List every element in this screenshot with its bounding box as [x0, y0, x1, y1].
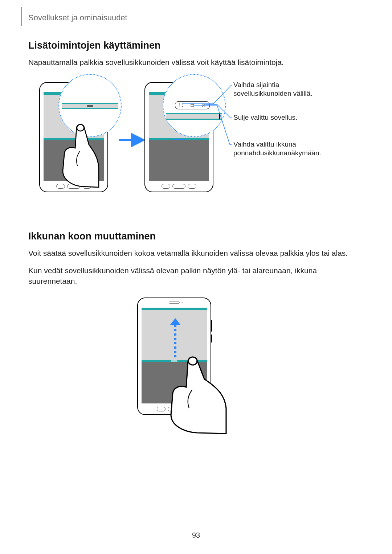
bottom-pane [149, 140, 209, 181]
nav-buttons [162, 184, 196, 189]
section2-heading: Ikkunan koon muuttaminen [28, 231, 359, 242]
content-area: Lisätoimintojen käyttäminen Napauttamall… [28, 40, 359, 424]
recents-button-icon [162, 184, 170, 189]
home-button-icon [67, 184, 80, 189]
bottom-pane [44, 140, 104, 181]
section2-paragraph1: Voit säätää sovellusikkunoiden kokoa vet… [28, 248, 359, 258]
power-button-icon [211, 335, 212, 342]
arrow-right-icon [117, 133, 146, 149]
volume-button-icon [211, 320, 212, 332]
home-button-icon [172, 184, 185, 189]
earpiece-icon [169, 301, 180, 304]
rect-icon [190, 103, 195, 107]
recents-button-icon [56, 184, 65, 189]
back-button-icon [183, 407, 192, 411]
back-button-icon [82, 184, 91, 189]
nav-buttons [157, 407, 192, 411]
arrow-up-icon [168, 317, 183, 362]
section2-paragraph2: Kun vedät sovellusikkunoiden välissä ole… [28, 265, 359, 287]
sensor-dot-icon [181, 302, 183, 303]
divider-cursor-icon [219, 114, 220, 119]
callout-close: Sulje valittu sovellus. [233, 113, 328, 122]
section1-paragraph: Napauttamalla palkkia sovellusikkunoiden… [28, 57, 359, 67]
back-button-icon [188, 184, 196, 189]
magnifier-right [163, 74, 226, 137]
figure-resize [28, 297, 359, 424]
page-header: Sovellukset ja ominaisuudet [28, 13, 127, 22]
status-bar [142, 308, 207, 310]
manual-page: Sovellukset ja ominaisuudet Lisätoiminto… [0, 0, 392, 554]
magnified-divider [62, 103, 118, 109]
magnifier-left [58, 74, 122, 137]
figure-split-options: Vaihda sijaintia sovellusikkunoiden väli… [28, 78, 359, 209]
nav-buttons [56, 184, 91, 189]
svg-rect-3 [191, 104, 194, 105]
header-rule [21, 7, 22, 26]
split-view-toolbar [175, 101, 210, 109]
section1-heading: Lisätoimintojen käyttäminen [28, 40, 359, 51]
page-number: 93 [0, 531, 392, 539]
magnified-divider [166, 113, 222, 120]
home-button-icon [168, 407, 181, 411]
callout-swap: Vaihda sijaintia sovellusikkunoiden väli… [233, 81, 328, 98]
recents-button-icon [157, 407, 166, 411]
swap-icon [179, 103, 183, 107]
callout-popup: Vaihda valittu ikkuna ponnahdusikkunanäk… [233, 140, 328, 157]
bottom-pane [142, 362, 207, 403]
close-icon [201, 103, 206, 107]
divider-handle-icon [87, 105, 93, 107]
